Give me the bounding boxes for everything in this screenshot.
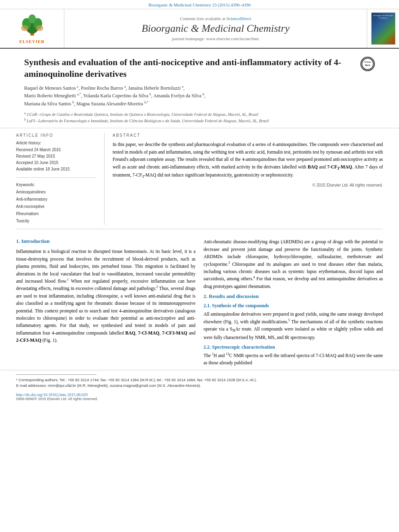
elsevier-label: ELSEVIER [19,39,45,44]
history-label: Article history: [16,141,96,145]
journal-header: ELSEVIER Contents lists available at Sci… [0,9,399,49]
svg-point-4 [28,14,35,23]
keywords-list: Aminoquinolines Anti-inflammatory Anti-n… [16,189,96,225]
journal-citation: Bioorganic & Medicinal Chemistry 23 (201… [0,0,399,9]
intro-text: Inflammation is a biological reaction to… [16,248,195,344]
affiliations: a GCaR—Grupo de Catálise e Reatividade Q… [24,111,356,124]
accepted-date: Accepted 10 June 2015 [16,160,96,166]
elsevier-logo-section: ELSEVIER [0,9,64,48]
spectroscopic-heading: 2.2. Spectroscopic characterisation [204,344,383,350]
section-divider [16,229,383,229]
article-history: Article history: Received 24 March 2015 … [16,141,96,173]
abstract-column: ABSTRACT In this paper, we describe the … [105,133,383,225]
spectroscopic-text: The 1H and 13C NMR spectra as well the i… [204,352,383,367]
abstract-label: ABSTRACT [113,133,383,138]
science-direct-link: Contents lists available at ScienceDirec… [180,16,251,21]
keyword-4: Rheumatism [16,210,96,218]
article-title-section: Synthesis and evaluation of the anti-noc… [0,49,399,128]
doi-section: http://dx.doi.org/10.1016/j.bmc.2015.06.… [0,391,399,403]
svg-text:Cross: Cross [364,61,371,63]
crossmark-icon: Cross Mark [360,57,375,71]
received-date: Received 24 March 2015 [16,147,96,153]
body-left-column: 1. Introduction Inflammation is a biolog… [16,238,195,370]
keyword-5: Toxicity [16,218,96,225]
issn-text: 0968-0896/© 2015 Elsevier Ltd. All right… [16,397,383,401]
synthesis-text: All aminoquinoline derivatives were prep… [204,310,383,341]
authors: Raquel de Meneses Santos a, Pooline Roch… [24,84,356,108]
journal-title-section: Contents lists available at ScienceDirec… [64,9,367,48]
corresponding-authors: * Corresponding authors. Tel.: +55 82 32… [16,377,383,383]
keyword-2: Anti-inflammatory [16,196,96,203]
svg-point-5 [21,25,28,31]
revised-date: Revised 27 May 2015 [16,153,96,160]
article-title: Synthesis and evaluation of the anti-noc… [24,57,356,80]
journal-cover-section: Bioorganic & Medicinal Chemistry [367,9,399,48]
footnote-section: * Corresponding authors. Tel.: +55 82 32… [0,370,399,391]
body-columns: 1. Introduction Inflammation is a biolog… [0,233,399,370]
svg-text:Mark: Mark [365,64,370,66]
synthesis-heading: 2.1. Synthesis of the compounds [204,303,383,309]
keywords-label: Keywords: [16,183,96,187]
journal-homepage: journal homepage: www.elsevier.com/locat… [172,36,259,41]
intro-heading: 1. Introduction [16,238,195,244]
copyright-text: © 2015 Elsevier Ltd. All rights reserved… [113,183,383,187]
cover-text: Bioorganic & Medicinal Chemistry [373,14,393,19]
results-heading: 2. Results and discussion [204,293,383,300]
doi-link[interactable]: http://dx.doi.org/10.1016/j.bmc.2015.06.… [16,392,383,397]
crossmark-section: Cross Mark [360,57,375,71]
body-right-column: Anti-rheumatic disease-modifying drugs (… [204,238,383,370]
elsevier-tree-icon [16,13,48,37]
divider [16,177,96,178]
abstract-text: In this paper, we describe the synthesis… [113,141,383,179]
article-info-column: ARTICLE INFO Article history: Received 2… [16,133,105,225]
svg-point-6 [36,25,43,31]
journal-cover-image: Bioorganic & Medicinal Chemistry [371,12,395,45]
elsevier-logo: ELSEVIER [16,13,48,44]
journal-title: Bioorganic & Medicinal Chemistry [142,23,290,35]
footnote-divider [16,374,97,375]
article-info-abstract-section: ARTICLE INFO Article history: Received 2… [0,128,399,225]
science-direct-anchor[interactable]: ScienceDirect [226,16,251,21]
email-addresses: E-mail addresses: mrm@qui.ufal.br (M.R. … [16,383,383,388]
available-date: Available online 18 June 2015 [16,166,96,173]
ardmd-text: Anti-rheumatic disease-modifying drugs (… [204,238,383,290]
article-info-label: ARTICLE INFO [16,133,96,138]
keyword-3: Anti-nociceptive [16,203,96,210]
keywords-section: Keywords: Aminoquinolines Anti-inflammat… [16,183,96,225]
keyword-1: Aminoquinolines [16,189,96,196]
